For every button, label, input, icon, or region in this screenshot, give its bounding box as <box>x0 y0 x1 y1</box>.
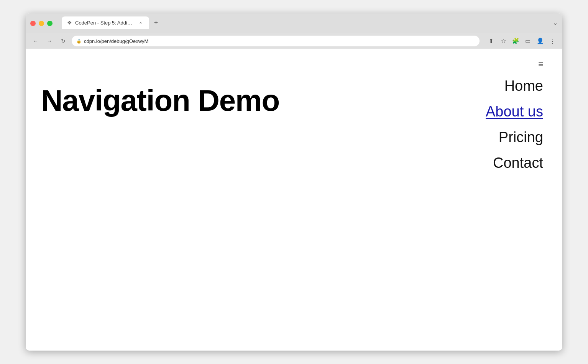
nav-item-contact[interactable]: Contact <box>493 150 543 176</box>
nav-menu: ≡ Home About us Pricing Contact <box>486 60 543 176</box>
active-tab[interactable]: ❖ CodePen - Step 5: Adding a bu × <box>62 16 149 29</box>
nav-item-pricing[interactable]: Pricing <box>499 125 543 150</box>
close-button[interactable] <box>30 21 36 26</box>
toolbar-icons: ⬆ ☆ 🧩 ▭ 👤 ⋮ <box>486 36 558 46</box>
lock-icon: 🔒 <box>76 39 82 44</box>
tab-bar: ❖ CodePen - Step 5: Adding a bu × + <box>57 16 166 29</box>
maximize-button[interactable] <box>47 21 53 26</box>
address-field[interactable]: 🔒 cdpn.io/pen/debug/gOexwyM <box>72 36 480 46</box>
new-tab-button[interactable]: + <box>151 17 161 28</box>
reader-button[interactable]: ▭ <box>522 36 533 46</box>
title-bar: ❖ CodePen - Step 5: Adding a bu × + ⌄ <box>26 13 562 33</box>
tab-favicon: ❖ <box>67 20 72 26</box>
tab-title: CodePen - Step 5: Adding a bu <box>75 20 135 26</box>
address-bar-row: ← → ↻ 🔒 cdpn.io/pen/debug/gOexwyM ⬆ ☆ 🧩 … <box>26 33 562 49</box>
browser-window: ❖ CodePen - Step 5: Adding a bu × + ⌄ ← … <box>26 13 562 351</box>
forward-button[interactable]: → <box>44 36 55 46</box>
more-button[interactable]: ⋮ <box>547 36 558 46</box>
tab-dropdown-button[interactable]: ⌄ <box>553 19 558 26</box>
extensions-button[interactable]: 🧩 <box>510 36 521 46</box>
nav-item-home[interactable]: Home <box>504 73 543 99</box>
page-content: Navigation Demo ≡ Home About us Pricing … <box>26 49 562 351</box>
page-title: Navigation Demo <box>41 83 279 118</box>
browser-chrome: ❖ CodePen - Step 5: Adding a bu × + ⌄ ← … <box>26 13 562 49</box>
back-button[interactable]: ← <box>30 36 41 46</box>
hamburger-icon[interactable]: ≡ <box>538 60 543 69</box>
traffic-lights <box>30 21 53 26</box>
profile-button[interactable]: 👤 <box>535 36 545 46</box>
bookmark-button[interactable]: ☆ <box>498 36 509 46</box>
tab-close-button[interactable]: × <box>138 20 144 26</box>
minimize-button[interactable] <box>39 21 44 26</box>
nav-item-about[interactable]: About us <box>486 99 543 125</box>
url-text: cdpn.io/pen/debug/gOexwyM <box>84 38 475 44</box>
reload-button[interactable]: ↻ <box>58 36 69 46</box>
share-button[interactable]: ⬆ <box>486 36 496 46</box>
